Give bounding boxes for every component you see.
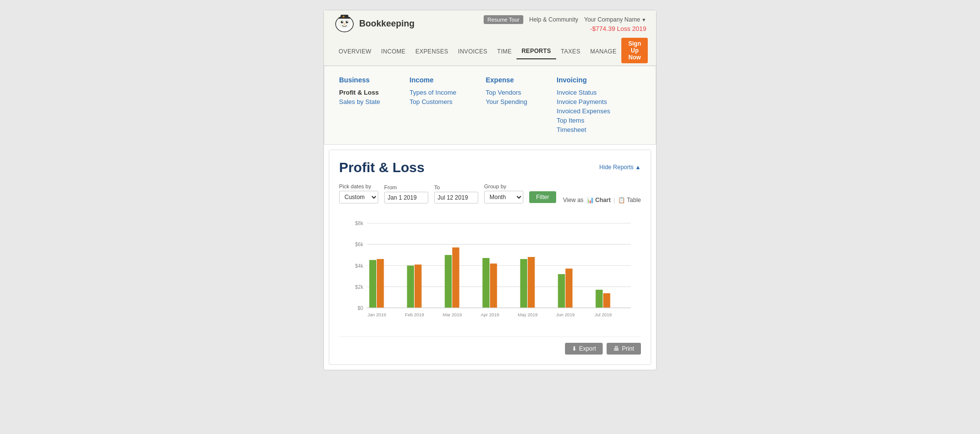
nav-expenses[interactable]: EXPENSES bbox=[411, 44, 453, 59]
to-label: To bbox=[434, 184, 478, 190]
bottom-actions: ⬇ Export 🖶 Print bbox=[339, 336, 641, 355]
svg-text:★: ★ bbox=[342, 15, 345, 18]
nav-reports[interactable]: REPORTS bbox=[516, 44, 556, 59]
filter-group-pick-dates: Pick dates by Custom bbox=[339, 183, 378, 204]
filter-bar: Pick dates by Custom From To Group by Mo… bbox=[339, 183, 641, 204]
menu-item-top-vendors[interactable]: Top Vendors bbox=[486, 88, 527, 97]
main-content: Profit & Loss Hide Reports ▲ Pick dates … bbox=[329, 150, 651, 365]
view-chart-button[interactable]: 📊 Chart bbox=[587, 197, 611, 204]
header-right: Resume Tour Help & Community Your Compan… bbox=[484, 15, 646, 32]
resume-tour-button[interactable]: Resume Tour bbox=[484, 15, 523, 24]
nav-overview[interactable]: OVERVIEW bbox=[334, 44, 376, 59]
menu-section-expense: Expense Top Vendors Your Spending bbox=[486, 76, 527, 134]
logo-area: ★ Bookkeeping bbox=[334, 14, 415, 33]
loss-amount: -$774.39 bbox=[590, 25, 615, 32]
svg-text:$6k: $6k bbox=[355, 242, 364, 247]
from-input[interactable] bbox=[384, 192, 428, 204]
to-input[interactable] bbox=[434, 192, 478, 204]
company-name-dropdown[interactable]: Your Company Name bbox=[584, 16, 646, 23]
menu-item-your-spending[interactable]: Your Spending bbox=[486, 97, 527, 106]
view-as-controls: View as 📊 Chart | 📋 Table bbox=[563, 197, 641, 204]
bar-jun-expense bbox=[565, 269, 572, 308]
nav-manage[interactable]: MANAGE bbox=[585, 44, 621, 59]
menu-item-top-customers[interactable]: Top Customers bbox=[410, 97, 456, 106]
signup-button[interactable]: Sign Up Now bbox=[621, 38, 648, 63]
print-icon: 🖶 bbox=[613, 345, 619, 352]
nav-time[interactable]: TIME bbox=[492, 44, 517, 59]
header: ★ Bookkeeping Resume Tour Help & Communi… bbox=[324, 10, 656, 66]
loss-label: Loss 2019 bbox=[617, 25, 646, 32]
bar-jan-expense bbox=[377, 259, 384, 308]
svg-text:$8k: $8k bbox=[355, 221, 364, 226]
menu-item-timesheet[interactable]: Timesheet bbox=[557, 125, 610, 134]
report-header: Profit & Loss Hide Reports ▲ bbox=[339, 160, 641, 176]
svg-text:$2k: $2k bbox=[355, 284, 364, 290]
menu-title-business: Business bbox=[339, 76, 380, 84]
nav-income[interactable]: INCOME bbox=[376, 44, 411, 59]
svg-text:$0: $0 bbox=[358, 306, 364, 311]
group-by-select[interactable]: Month bbox=[484, 191, 523, 204]
from-label: From bbox=[384, 184, 428, 190]
menu-title-income: Income bbox=[410, 76, 456, 84]
menu-section-business: Business Profit & Loss Sales by State bbox=[339, 76, 380, 134]
help-link[interactable]: Help & Community bbox=[529, 16, 578, 23]
menu-section-income: Income Types of Income Top Customers bbox=[410, 76, 456, 134]
filter-group-group-by: Group by Month bbox=[484, 183, 523, 204]
pick-dates-select[interactable]: Custom bbox=[339, 191, 378, 204]
menu-item-invoice-payments[interactable]: Invoice Payments bbox=[557, 97, 610, 106]
svg-point-6 bbox=[343, 24, 345, 25]
bar-mar-income bbox=[445, 255, 452, 308]
menu-title-invoicing: Invoicing bbox=[557, 76, 610, 84]
svg-text:Mar 2019: Mar 2019 bbox=[443, 312, 462, 317]
menu-item-types-of-income[interactable]: Types of Income bbox=[410, 88, 456, 97]
chart-icon: 📊 bbox=[587, 197, 594, 204]
menu-item-invoiced-expenses[interactable]: Invoiced Expenses bbox=[557, 106, 610, 116]
app-name-label: Bookkeeping bbox=[359, 19, 415, 29]
svg-point-5 bbox=[347, 21, 348, 22]
download-icon: ⬇ bbox=[572, 345, 577, 352]
table-icon: 📋 bbox=[618, 197, 625, 204]
svg-text:Feb 2019: Feb 2019 bbox=[405, 312, 424, 317]
menu-item-sales-by-state[interactable]: Sales by State bbox=[339, 97, 380, 106]
pick-dates-label: Pick dates by bbox=[339, 183, 378, 189]
bar-feb-income bbox=[407, 266, 414, 308]
menu-section-invoicing: Invoicing Invoice Status Invoice Payment… bbox=[557, 76, 610, 134]
filter-button[interactable]: Filter bbox=[529, 191, 556, 203]
svg-point-1 bbox=[338, 17, 351, 29]
nav-bar: OVERVIEW INCOME EXPENSES INVOICES TIME R… bbox=[334, 36, 646, 65]
svg-text:Apr 2019: Apr 2019 bbox=[481, 312, 499, 317]
nav-invoices[interactable]: INVOICES bbox=[453, 44, 492, 59]
bar-jul-income bbox=[596, 290, 603, 308]
loss-display: -$774.39 Loss 2019 bbox=[590, 25, 646, 32]
header-top: ★ Bookkeeping Resume Tour Help & Communi… bbox=[334, 14, 646, 36]
menu-item-top-items[interactable]: Top Items bbox=[557, 116, 610, 125]
chart-area: $8k $6k $4k $2k $0 bbox=[339, 213, 641, 331]
export-button[interactable]: ⬇ Export bbox=[565, 343, 603, 355]
report-title: Profit & Loss bbox=[339, 160, 424, 176]
bar-jan-income bbox=[369, 260, 376, 308]
nav-taxes[interactable]: TAXES bbox=[556, 44, 586, 59]
godaddy-logo-icon: ★ bbox=[334, 14, 355, 33]
view-separator: | bbox=[613, 197, 615, 204]
filter-group-to: To bbox=[434, 184, 478, 204]
svg-point-3 bbox=[346, 21, 348, 24]
chevron-up-icon: ▲ bbox=[635, 164, 641, 171]
menu-item-profit-loss[interactable]: Profit & Loss bbox=[339, 88, 380, 97]
view-as-label: View as bbox=[563, 197, 584, 204]
bar-may-income bbox=[520, 259, 527, 308]
menu-item-invoice-status[interactable]: Invoice Status bbox=[557, 88, 610, 97]
menu-title-expense: Expense bbox=[486, 76, 527, 84]
bar-apr-expense bbox=[490, 263, 497, 307]
bar-apr-income bbox=[483, 258, 490, 308]
bar-feb-expense bbox=[415, 264, 421, 307]
hide-reports-link[interactable]: Hide Reports ▲ bbox=[599, 164, 641, 171]
group-by-label: Group by bbox=[484, 183, 523, 189]
svg-text:May 2019: May 2019 bbox=[518, 312, 538, 317]
bar-chart-svg: $8k $6k $4k $2k $0 bbox=[339, 218, 641, 324]
filter-group-from: From bbox=[384, 184, 428, 204]
svg-text:Jul 2019: Jul 2019 bbox=[595, 312, 612, 317]
print-button[interactable]: 🖶 Print bbox=[607, 343, 641, 355]
svg-text:Jan 2019: Jan 2019 bbox=[368, 312, 386, 317]
view-table-button[interactable]: 📋 Table bbox=[618, 197, 641, 204]
bar-mar-expense bbox=[452, 248, 459, 308]
